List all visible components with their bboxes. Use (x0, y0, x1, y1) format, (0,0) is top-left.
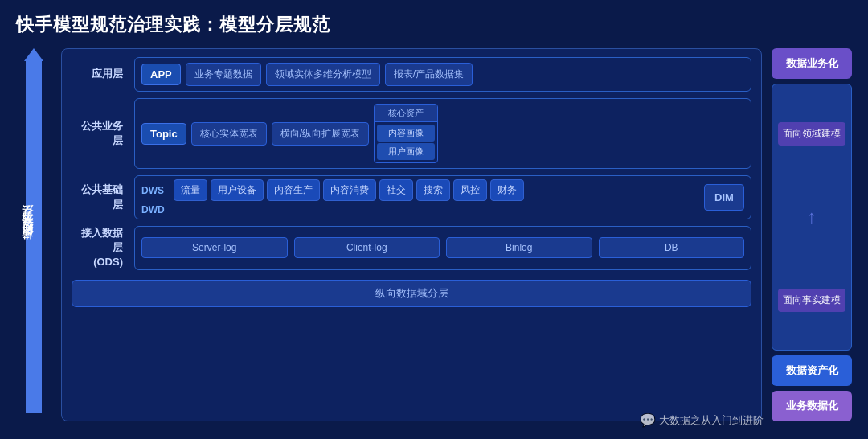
left-vertical-section: 横向数据分层 (16, 48, 51, 421)
found-item-1: 用户设备 (211, 179, 264, 201)
ods-item-3: DB (599, 237, 745, 258)
pub-found-label: 公共基础层 (72, 175, 128, 220)
pub-found-content: DWS 流量 用户设备 内容生产 内容消费 社交 搜索 风控 财务 (134, 175, 751, 220)
up-arrow-icon (24, 48, 43, 61)
found-item-2: 内容生产 (267, 179, 320, 201)
found-item-3: 内容消费 (323, 179, 376, 201)
ods-items: Server-log Client-log Binlog DB (141, 237, 744, 258)
ods-item-0: Server-log (141, 237, 288, 258)
right-bottom-box: 业务数据化 (772, 391, 852, 421)
right-mid-label-top: 面向领域建模 (778, 122, 845, 146)
right-asset-box: 数据资产化 (772, 355, 852, 386)
dwd-label: DWD (141, 204, 170, 215)
application-layer-content: APP 业务专题数据 领域实体多维分析模型 报表/产品数据集 (134, 57, 751, 92)
pub-biz-content: Topic 核心实体宽表 横向/纵向扩展宽表 核心资产 内容画像 用户画像 (134, 98, 751, 169)
diagram-area: 应用层 APP 业务专题数据 领域实体多维分析模型 报表/产品数据集 公共业务层… (61, 48, 762, 421)
core-assets-items: 内容画像 用户画像 (375, 122, 437, 162)
app-item-0: 业务专题数据 (186, 63, 261, 86)
right-mid-label-bottom: 面向事实建模 (778, 289, 845, 312)
main-container: 快手模型规范治理实践：模型分层规范 横向数据分层 应用层 APP 业务专题数据 … (0, 0, 868, 439)
found-item-0: 流量 (174, 179, 207, 201)
dws-items: 流量 用户设备 内容生产 内容消费 社交 搜索 风控 财务 (174, 179, 699, 201)
application-layer-label: 应用层 (72, 57, 128, 92)
ods-content: Server-log Client-log Binlog DB (134, 226, 751, 270)
core-asset-0: 内容画像 (377, 125, 435, 142)
content-area: 横向数据分层 应用层 APP 业务专题数据 领域实体多维分析模型 报表/产品数据… (16, 48, 852, 421)
pub-biz-item-1: 横向/纵向扩展宽表 (272, 122, 369, 146)
page-title: 快手模型规范治理实践：模型分层规范 (16, 13, 852, 37)
app-item-2: 报表/产品数据集 (385, 63, 473, 86)
dws-row: DWS 流量 用户设备 内容生产 内容消费 社交 搜索 风控 财务 (141, 179, 699, 201)
found-item-4: 社交 (379, 179, 413, 201)
bottom-bar: 纵向数据域分层 (72, 280, 751, 307)
found-item-5: 搜索 (416, 179, 450, 201)
wechat-icon: 💬 (640, 412, 656, 428)
public-business-layer-row: 公共业务层 Topic 核心实体宽表 横向/纵向扩展宽表 核心资产 内容画像 用… (72, 98, 751, 169)
core-assets-box: 核心资产 内容画像 用户画像 (374, 104, 438, 163)
ods-item-2: Binlog (446, 237, 592, 258)
application-layer-row: 应用层 APP 业务专题数据 领域实体多维分析模型 报表/产品数据集 (72, 57, 751, 92)
watermark-text: 大数据之从入门到进阶 (659, 413, 764, 428)
public-foundation-layer-row: 公共基础层 DWS 流量 用户设备 内容生产 内容消费 社 (72, 175, 751, 220)
app-item-1: 领域实体多维分析模型 (266, 63, 380, 86)
right-mid-arrow-icon: ↑ (807, 207, 817, 227)
pub-biz-label: 公共业务层 (72, 98, 128, 169)
right-panel: 数据业务化 面向领域建模 ↑ 面向事实建模 数据资产化 业务数据化 (772, 48, 852, 421)
dim-box: DIM (704, 184, 744, 211)
dws-label: DWS (141, 185, 170, 196)
pub-biz-item-0: 核心实体宽表 (191, 122, 267, 146)
left-label-text: 横向数据分层 (19, 220, 34, 249)
app-tag: APP (141, 64, 181, 85)
watermark: 💬 大数据之从入门到进阶 (640, 412, 764, 428)
ods-label: 接入数据层 (ODS) (72, 226, 128, 270)
found-item-6: 风控 (453, 179, 487, 201)
right-top-box: 数据业务化 (772, 48, 852, 79)
topic-tag: Topic (141, 123, 186, 145)
tiers-left: DWS 流量 用户设备 内容生产 内容消费 社交 搜索 风控 财务 (141, 179, 699, 215)
right-mid-box: 面向领域建模 ↑ 面向事实建模 (772, 84, 852, 351)
core-assets-header: 核心资产 (375, 105, 437, 122)
core-asset-1: 用户画像 (377, 143, 435, 160)
ods-item-1: Client-log (294, 237, 440, 258)
pub-found-inner: DWS 流量 用户设备 内容生产 内容消费 社交 搜索 风控 财务 (141, 179, 744, 215)
ods-layer-row: 接入数据层 (ODS) Server-log Client-log Binlog… (72, 226, 751, 270)
dwd-row: DWD (141, 204, 699, 215)
found-item-7: 财务 (490, 179, 524, 201)
